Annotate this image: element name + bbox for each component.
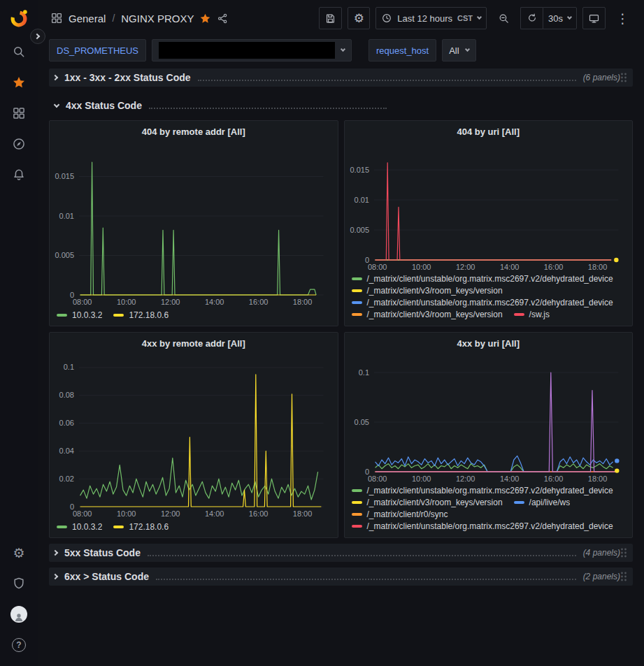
y-axis-tick-label: 0.08 [59,391,74,399]
panel-title[interactable]: 404 by uri [All] [345,121,633,142]
row-drag-handle[interactable] [620,72,627,83]
series-color-marker [352,513,362,516]
kebab-menu-icon[interactable]: ⋮ [611,7,634,29]
row-panel-count: (6 panels) [583,73,620,82]
refresh-group: 30s [520,7,577,29]
starred-dashboards-icon[interactable] [0,67,38,98]
server-admin-gear-icon[interactable]: ⚙ [0,537,38,568]
time-series-plot[interactable]: 00.0050.010.01508:0010:0012:0014:0016:00… [345,142,633,273]
legend-item[interactable]: /api/live/ws [514,498,571,507]
row-header-4xx[interactable]: 4xx Status Code [49,96,633,115]
time-series-plot[interactable]: 00.0050.010.01508:0010:0012:0014:0016:00… [50,142,338,307]
x-axis-tick-label: 12:00 [161,298,180,306]
row-header-1xx[interactable]: 1xx - 3xx - 2xx Status Code (6 panels) [49,68,633,87]
main-area: General / NGINX PROXY ⚙ Last 12 hours CS… [38,0,644,666]
alerting-bell-icon[interactable] [0,159,38,190]
legend-item[interactable]: 10.0.3.2 [57,310,102,320]
favorite-star-icon[interactable] [199,13,211,24]
series-name: 172.18.0.6 [129,522,169,532]
breadcrumb-section[interactable]: General [69,13,106,24]
x-axis-tick-label: 16:00 [543,475,563,483]
save-dashboard-button[interactable] [319,7,342,29]
legend-item[interactable]: /_matrix/client/v3/room_keys/version [352,310,503,319]
dashboard-content: 1xx - 3xx - 2xx Status Code (6 panels) 4… [38,67,644,666]
sidebar-bottom: ⚙ ? [0,537,38,666]
y-axis-tick-label: 0.01 [59,212,74,220]
legend-item[interactable]: /_matrix/client/unstable/org.matrix.msc2… [352,274,613,284]
user-avatar[interactable] [0,599,38,630]
refresh-interval-label: 30s [548,13,563,24]
zoom-out-button[interactable] [492,7,515,29]
explore-compass-icon[interactable] [0,129,38,159]
grafana-logo[interactable] [9,0,29,36]
panel-title[interactable]: 4xx by remote addr [All] [50,333,338,354]
variable-value-dropdown-ds[interactable] [152,39,352,61]
dashboard-settings-button[interactable]: ⚙ [348,7,370,29]
panel-title[interactable]: 404 by remote addr [All] [50,121,338,142]
row-header-5xx[interactable]: 5xx Status Code (4 panels) [49,544,633,562]
grafana-app: ⚙ ? General / NGINX PROXY [0,0,644,666]
legend-item[interactable]: /sw.js [514,310,550,319]
y-axis-tick-label: 0.015 [350,166,369,174]
row-title: 4xx Status Code [66,100,142,111]
series-line [375,163,611,260]
panels-grid: 404 by remote addr [All] 00.0050.010.015… [49,120,633,538]
legend-item[interactable]: /_matrix/client/unstable/org.matrix.msc2… [352,486,613,495]
variable-label-ds-prometheus[interactable]: DS_PROMETHEUS [49,39,146,61]
panel-4xx-by-remote-addr: 4xx by remote addr [All] 00.020.040.060.… [49,332,338,538]
series-end-dot [614,258,618,262]
y-axis-tick-label: 0.015 [55,172,74,180]
chevron-down-icon [567,15,572,20]
panel-title[interactable]: 4xx by uri [All] [345,333,633,354]
series-line [80,162,317,295]
apps-grid-icon[interactable] [50,12,63,24]
x-axis-tick-label: 16:00 [249,298,269,306]
time-range-picker[interactable]: Last 12 hours CST [375,7,487,29]
row-drag-handle[interactable] [620,547,627,558]
share-icon[interactable] [217,13,229,24]
breadcrumb: General / NGINX PROXY [69,13,194,24]
row-header-6xx[interactable]: 6xx > Status Code (2 panels) [49,567,633,586]
legend-item[interactable]: /_matrix/client/v3/room_keys/version [352,498,503,507]
legend-item[interactable]: /_matrix/client/unstable/org.matrix.msc2… [352,521,613,531]
series-name: /_matrix/client/unstable/org.matrix.msc2… [367,274,613,284]
chevron-down-icon [465,47,470,52]
series-line [375,456,613,472]
dotted-leader [156,579,576,580]
variables-bar: DS_PROMETHEUS request_host All [38,36,644,67]
x-axis-tick-label: 18:00 [293,509,313,518]
panel-legend: 10.0.3.2172.18.0.6 [50,519,338,537]
legend-item[interactable]: 172.18.0.6 [113,310,169,320]
dashboards-icon[interactable] [0,98,38,129]
legend-item[interactable]: 10.0.3.2 [57,522,102,532]
legend-item[interactable]: 172.18.0.6 [113,522,169,532]
sidebar-expand-button[interactable] [30,29,45,44]
help-icon[interactable]: ? [0,630,38,660]
time-range-label: Last 12 hours [397,13,452,24]
y-axis-tick-label: 0.1 [358,368,368,377]
tv-mode-button[interactable] [582,7,606,29]
x-axis-tick-label: 14:00 [499,475,519,483]
series-color-marker [113,526,124,528]
x-axis-tick-label: 16:00 [543,263,563,271]
series-name: /_matrix/client/unstable/org.matrix.msc2… [367,521,613,531]
variable-value-dropdown-host[interactable]: All [442,39,475,61]
row-panel-count: (2 panels) [583,572,620,581]
refresh-button[interactable] [520,7,543,29]
legend-item[interactable]: /_matrix/client/r0/sync [352,509,448,519]
y-axis-tick-label: 0.005 [350,226,369,234]
series-color-marker [352,313,362,316]
refresh-interval-dropdown[interactable]: 30s [543,7,577,29]
time-series-plot[interactable]: 00.050.108:0010:0012:0014:0016:0018:00 [345,354,633,484]
legend-item[interactable]: /_matrix/client/unstable/org.matrix.msc2… [352,298,613,307]
panel-legend: 10.0.3.2172.18.0.6 [50,307,338,326]
legend-item[interactable]: /_matrix/client/v3/room_keys/version [352,286,503,296]
time-series-plot[interactable]: 00.020.040.060.080.108:0010:0012:0014:00… [50,354,338,519]
security-shield-icon[interactable] [0,568,38,599]
x-axis-tick-label: 18:00 [293,298,313,306]
row-drag-handle[interactable] [620,571,627,582]
variable-label-request-host[interactable]: request_host [368,39,436,61]
page-title: NGINX PROXY [121,13,194,24]
dotted-leader [148,555,576,556]
series-name: /_matrix/client/v3/room_keys/version [367,310,503,319]
